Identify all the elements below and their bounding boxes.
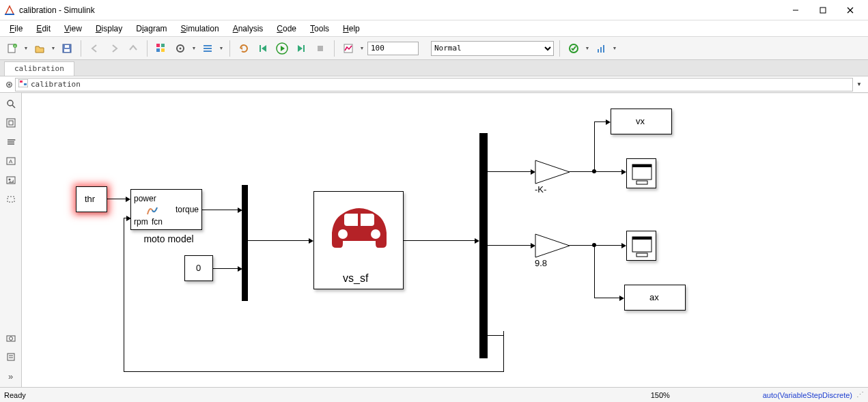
status-solver[interactable]: auto(VariableStepDiscrete) <box>763 391 852 399</box>
menu-tools[interactable]: Tools <box>303 22 336 35</box>
svg-rect-49 <box>8 354 14 360</box>
run-button[interactable] <box>274 40 290 57</box>
tab-calibration[interactable]: calibration <box>4 61 74 76</box>
new-model-dropdown[interactable]: ▼ <box>23 46 29 51</box>
svg-rect-20 <box>204 51 212 52</box>
toggle-perspectives-tool[interactable] <box>4 135 18 149</box>
fit-to-view-tool[interactable] <box>4 116 18 130</box>
svg-point-37 <box>8 100 13 106</box>
close-button[interactable] <box>837 0 864 20</box>
maximize-button[interactable] <box>809 0 837 20</box>
svg-marker-0 <box>5 6 14 14</box>
status-ready: Ready <box>4 391 558 399</box>
svg-rect-27 <box>303 45 305 52</box>
block-to-workspace-vx[interactable]: vx <box>611 109 672 134</box>
data-inspector-dropdown[interactable]: ▼ <box>359 46 365 51</box>
menu-file[interactable]: File <box>3 22 29 35</box>
svg-rect-22 <box>260 45 261 52</box>
stop-time-input[interactable] <box>367 42 419 55</box>
svg-point-45 <box>8 179 10 181</box>
svg-text:A: A <box>9 158 13 164</box>
svg-rect-15 <box>161 48 165 52</box>
model-explorer-dropdown[interactable]: ▼ <box>219 46 224 51</box>
menu-view[interactable]: View <box>57 22 89 35</box>
model-explorer-button[interactable] <box>199 40 216 57</box>
menu-simulation[interactable]: Simulation <box>174 22 226 35</box>
block-demux[interactable] <box>479 133 488 358</box>
svg-rect-13 <box>161 44 165 47</box>
block-to-workspace-ax[interactable]: ax <box>624 285 686 311</box>
svg-marker-23 <box>262 45 266 52</box>
simulation-mode-select[interactable]: Normal <box>431 41 554 56</box>
build-dropdown[interactable]: ▼ <box>585 46 590 51</box>
zoom-tool[interactable] <box>4 97 18 111</box>
up-button[interactable] <box>125 40 141 57</box>
block-mux[interactable] <box>242 185 248 301</box>
nav-hide-button[interactable]: ⊛ <box>3 79 15 89</box>
breadcrumb-dropdown[interactable]: ▼ <box>853 81 865 87</box>
library-browser-button[interactable] <box>153 40 169 57</box>
port-torque-label: torque <box>176 205 199 214</box>
svg-rect-62 <box>632 237 652 240</box>
block-gain-98[interactable]: 9.8 <box>535 233 570 268</box>
menu-code[interactable]: Code <box>270 22 303 35</box>
svg-rect-28 <box>318 46 323 51</box>
block-vs-sf-label: vs_sf <box>343 272 368 285</box>
expand-tool[interactable]: » <box>4 369 18 383</box>
block-moto-model[interactable]: power rpm torque fcn <box>130 189 202 230</box>
stop-button[interactable] <box>312 40 328 57</box>
image-tool[interactable] <box>4 173 18 187</box>
data-inspector-button[interactable] <box>340 40 356 57</box>
new-model-button[interactable]: + <box>4 40 20 57</box>
menu-display[interactable]: Display <box>89 22 129 35</box>
menu-help[interactable]: Help <box>336 22 367 35</box>
svg-rect-19 <box>204 48 212 49</box>
deploy-button[interactable] <box>593 40 609 57</box>
open-button[interactable] <box>31 40 48 57</box>
svg-rect-12 <box>156 44 160 47</box>
svg-rect-31 <box>598 49 599 53</box>
block-scope-bottom[interactable] <box>626 231 656 261</box>
block-vs-sf[interactable]: vs_sf <box>313 191 404 289</box>
svg-rect-36 <box>24 83 27 85</box>
svg-rect-18 <box>204 45 212 46</box>
svg-point-48 <box>9 337 12 341</box>
toolbar: + ▼ ▼ ▼ ▼ ▼ <box>0 37 868 60</box>
tab-strip: calibration <box>0 60 868 76</box>
block-thr[interactable]: thr <box>76 186 107 212</box>
open-dropdown[interactable]: ▼ <box>51 46 56 51</box>
model-canvas[interactable]: thr power rpm torque fcn moto model 0 <box>22 93 868 387</box>
status-zoom[interactable]: 150% <box>558 391 763 399</box>
step-back-button[interactable] <box>255 40 271 57</box>
properties-tool[interactable] <box>4 350 18 364</box>
title-bar: calibration - Simulink <box>0 0 868 20</box>
minimize-button[interactable] <box>782 0 809 20</box>
deploy-dropdown[interactable]: ▼ <box>612 46 617 51</box>
block-moto-model-name: moto model <box>138 233 199 244</box>
back-button[interactable] <box>87 40 103 57</box>
vx-label: vx <box>636 116 645 126</box>
build-button[interactable] <box>565 40 582 57</box>
block-gain-k[interactable]: -K- <box>535 160 570 195</box>
main-area: A » thr power rpm torque fcn moto model … <box>0 93 868 387</box>
step-forward-button[interactable] <box>293 40 309 57</box>
demux-stub <box>488 335 504 336</box>
block-constant0[interactable]: 0 <box>184 255 213 281</box>
menu-analysis[interactable]: Analysis <box>226 22 270 35</box>
svg-marker-57 <box>535 234 570 257</box>
block-scope-top[interactable] <box>626 158 656 188</box>
save-button[interactable] <box>59 40 75 57</box>
area-tool[interactable] <box>4 192 18 206</box>
svg-rect-3 <box>820 8 826 13</box>
menu-edit[interactable]: Edit <box>29 22 57 35</box>
screenshot-tool[interactable] <box>4 331 18 345</box>
forward-button[interactable] <box>106 40 122 57</box>
model-config-dropdown[interactable]: ▼ <box>191 46 197 51</box>
svg-rect-39 <box>7 119 15 127</box>
menu-diagram[interactable]: Diagram <box>129 22 173 35</box>
svg-rect-63 <box>636 253 647 257</box>
annotation-tool[interactable]: A <box>4 154 18 168</box>
update-diagram-button[interactable] <box>236 40 252 57</box>
model-config-button[interactable] <box>172 40 188 57</box>
breadcrumb-bar[interactable]: calibration <box>15 78 853 91</box>
